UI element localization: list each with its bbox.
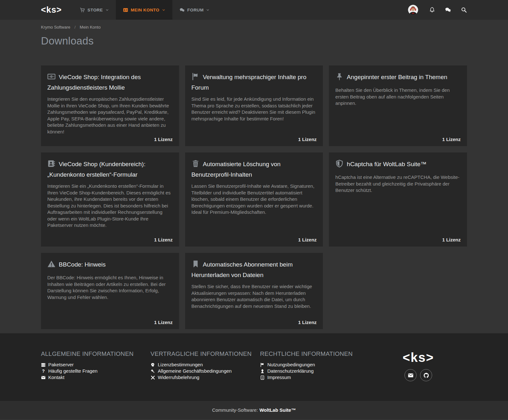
nav-item-store[interactable]: STORE [73, 0, 116, 20]
card-description: Der BBCode: Hinweis ermöglicht es Ihnen,… [47, 274, 173, 301]
nav-item-forum[interactable]: FORUM [172, 0, 217, 20]
download-card: hCaptcha für WoltLab Suite™ hCaptcha ist… [329, 152, 467, 247]
license-count: 1 Lizenz [154, 237, 172, 242]
footer-link-impressum[interactable]: Impressum [260, 374, 363, 381]
download-card: VieCode Shop: Integration des Zahlungsdi… [41, 65, 179, 146]
nav-item-label: FORUM [187, 8, 204, 12]
woltlab-brand-link[interactable]: WoltLab Suite™ [259, 407, 296, 413]
breadcrumb: Krymo Software / Mein Konto [41, 25, 467, 30]
license-count: 1 Lizenz [154, 137, 172, 142]
github-button[interactable] [420, 369, 432, 381]
footer-link-label: Lizenzbestimmungen [158, 362, 203, 368]
footer-link-agb[interactable]: Allgemeine Geschäftsbedingungen [150, 368, 254, 374]
download-card: Automatisierte Löschung von Benutzerprof… [185, 152, 323, 247]
footer-link-label: Paketserver [48, 362, 74, 368]
bell-icon [429, 7, 435, 13]
footer-link-label: Nutzungsbedingungen [267, 362, 315, 368]
license-count: 1 Lizenz [298, 137, 317, 142]
chevron-down-icon [162, 8, 165, 12]
cart-icon [80, 7, 85, 13]
footer-link-lizenzbestimmungen[interactable]: Lizenzbestimmungen [150, 362, 254, 368]
times-icon [150, 375, 155, 380]
brand-logo[interactable]: <ks> [41, 0, 73, 20]
address-book-icon [47, 159, 56, 170]
footer-column-rechtlich: RECHTLICHE INFORMATIONEN Nutzungsbedingu… [260, 350, 370, 381]
card-title-link[interactable]: Angepinnter erster Beitrag in Themen [347, 74, 447, 80]
download-card: Angepinnter erster Beitrag in Themen Beh… [329, 65, 467, 146]
card-title-link[interactable]: Automatisches Abonnement beim Herunterla… [191, 261, 293, 278]
envelope-icon [41, 375, 46, 380]
card-description: Lassen Sie Benutzerprofil-Inhalte wie Av… [191, 183, 317, 216]
footer-heading: RECHTLICHE INFORMATIONEN [260, 350, 363, 357]
license-count: 1 Lizenz [298, 320, 317, 325]
envelope-icon [408, 372, 414, 378]
footer-link-widerrufsbelehrung[interactable]: Widerrufsbelehrung [150, 374, 254, 381]
license-count: 1 Lizenz [442, 137, 461, 142]
breadcrumb-separator: / [74, 25, 76, 30]
footer-link-datenschutz[interactable]: Datenschutzerklärung [260, 368, 363, 374]
server-icon [41, 362, 46, 367]
copyright-text: Community-Software: [212, 407, 258, 413]
card-description: Stellen Sie sicher, dass Ihre Benutzer n… [191, 283, 317, 309]
chevron-down-icon [105, 8, 109, 12]
footer-heading: ALLGEMEINE INFORMATIONEN [41, 350, 144, 357]
footer-column-allgemein: ALLGEMEINE INFORMATIONEN Paketserver ? H… [41, 350, 150, 381]
license-count: 1 Lizenz [298, 237, 317, 242]
conversations-button[interactable] [445, 7, 451, 13]
brand-name: WoltLab Suite™ [259, 407, 296, 413]
footer-link-label: Datenschutzerklärung [267, 368, 314, 374]
flag-icon [191, 72, 200, 83]
id-card-icon [123, 7, 128, 13]
footer-link-nutzungsbedingungen[interactable]: Nutzungsbedingungen [260, 362, 363, 368]
card-title-link[interactable]: hCaptcha für WoltLab Suite™ [347, 161, 426, 167]
nav-item-mein-konto[interactable]: MEIN KONTO [116, 0, 172, 20]
footer-heading: VERTRAGLICHE INFORMATIONEN [150, 350, 254, 357]
thumbtack-icon [335, 72, 344, 83]
footer-link-label: Häufig gestellte Fragen [48, 368, 97, 374]
footer-column-vertraglich: VERTRAGLICHE INFORMATIONEN Lizenzbestimm… [150, 350, 260, 381]
question-icon: ? [41, 369, 46, 374]
downloads-grid: VieCode Shop: Integration des Zahlungsdi… [41, 65, 467, 329]
copyright-bar: Community-Software: WoltLab Suite™ [0, 401, 508, 419]
navbar: <ks> STORE MEIN KONTO FORUM [0, 0, 508, 20]
footer-link-label: Kontakt [48, 374, 64, 381]
github-icon [423, 372, 429, 378]
card-title-link[interactable]: VieCode Shop: Integration des Zahlungsdi… [47, 74, 141, 91]
license-count: 1 Lizenz [442, 237, 461, 242]
nav-item-label: STORE [88, 8, 103, 12]
shield-icon [335, 159, 344, 170]
impressum-icon [260, 375, 265, 380]
breadcrumb-link-home[interactable]: Krymo Software [41, 25, 70, 30]
avatar[interactable] [408, 5, 418, 15]
license-count: 1 Lizenz [154, 320, 172, 325]
download-card: Automatisches Abonnement beim Herunterla… [185, 253, 323, 329]
comments-icon [179, 7, 185, 13]
footer-link-paketserver[interactable]: Paketserver [41, 362, 144, 368]
footer-link-label: Allgemeine Geschäftsbedingungen [158, 368, 232, 374]
nav-item-label: MEIN KONTO [131, 8, 159, 12]
breadcrumb-link-mein-konto[interactable]: Mein Konto [80, 25, 101, 30]
chevron-down-icon [206, 8, 210, 12]
card-description: Integrieren Sie den europäischen Zahlung… [47, 96, 173, 135]
card-title-link[interactable]: Automatisierte Löschung von Benutzerprof… [191, 161, 281, 178]
page-title: Downloads [41, 33, 467, 49]
footer-link-faq[interactable]: ? Häufig gestellte Fragen [41, 368, 144, 374]
card-title-link[interactable]: Verwaltung mehrsprachiger Inhalte pro Fo… [191, 74, 306, 91]
notifications-button[interactable] [429, 7, 435, 13]
download-card: BBCode: Hinweis Der BBCode: Hinweis ermö… [41, 253, 179, 329]
certificate-icon [150, 362, 155, 367]
money-bill-icon [47, 72, 56, 83]
footer-link-kontakt[interactable]: Kontakt [41, 374, 144, 381]
footer: ALLGEMEINE INFORMATIONEN Paketserver ? H… [0, 333, 508, 401]
search-button[interactable] [461, 7, 467, 13]
flag-icon [260, 362, 265, 367]
footer-link-label: Widerrufsbelehrung [158, 374, 199, 381]
footer-link-label: Impressum [267, 374, 291, 381]
search-icon [461, 7, 467, 13]
card-description: hCaptcha ist eine Alternative zu reCAPTC… [335, 174, 461, 194]
card-title-link[interactable]: VieCode Shop (Kundenbereich): „Kundenkon… [47, 161, 145, 178]
card-title-link[interactable]: BBCode: Hinweis [59, 261, 106, 268]
mail-button[interactable] [404, 369, 417, 381]
download-card: VieCode Shop (Kundenbereich): „Kundenkon… [41, 152, 179, 247]
warning-icon [47, 260, 56, 271]
